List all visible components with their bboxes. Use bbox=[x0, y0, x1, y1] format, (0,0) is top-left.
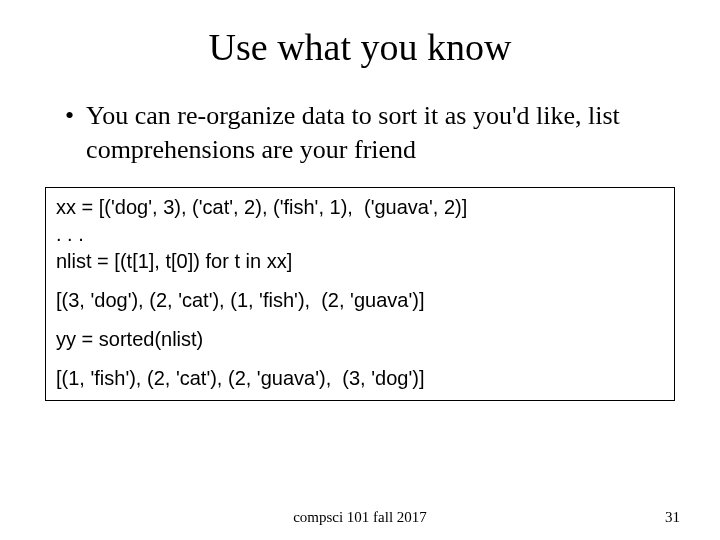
spacer bbox=[56, 353, 664, 365]
bullet-item: • You can re-organize data to sort it as… bbox=[65, 99, 680, 167]
bullet-list: • You can re-organize data to sort it as… bbox=[40, 99, 680, 167]
bullet-text: You can re-organize data to sort it as y… bbox=[86, 99, 680, 167]
page-number: 31 bbox=[665, 509, 680, 526]
code-box: xx = [('dog', 3), ('cat', 2), ('fish', 1… bbox=[45, 187, 675, 401]
bullet-marker: • bbox=[65, 99, 74, 133]
spacer bbox=[56, 314, 664, 326]
code-line-5: yy = sorted(nlist) bbox=[56, 326, 664, 353]
code-line-2: . . . bbox=[56, 221, 664, 248]
spacer bbox=[56, 275, 664, 287]
code-line-4: [(3, 'dog'), (2, 'cat'), (1, 'fish'), (2… bbox=[56, 287, 664, 314]
code-line-6: [(1, 'fish'), (2, 'cat'), (2, 'guava'), … bbox=[56, 365, 664, 392]
code-line-1: xx = [('dog', 3), ('cat', 2), ('fish', 1… bbox=[56, 194, 664, 221]
footer-center: compsci 101 fall 2017 bbox=[0, 509, 720, 526]
page-title: Use what you know bbox=[40, 25, 680, 69]
slide-container: Use what you know • You can re-organize … bbox=[0, 0, 720, 540]
code-line-3: nlist = [(t[1], t[0]) for t in xx] bbox=[56, 248, 664, 275]
